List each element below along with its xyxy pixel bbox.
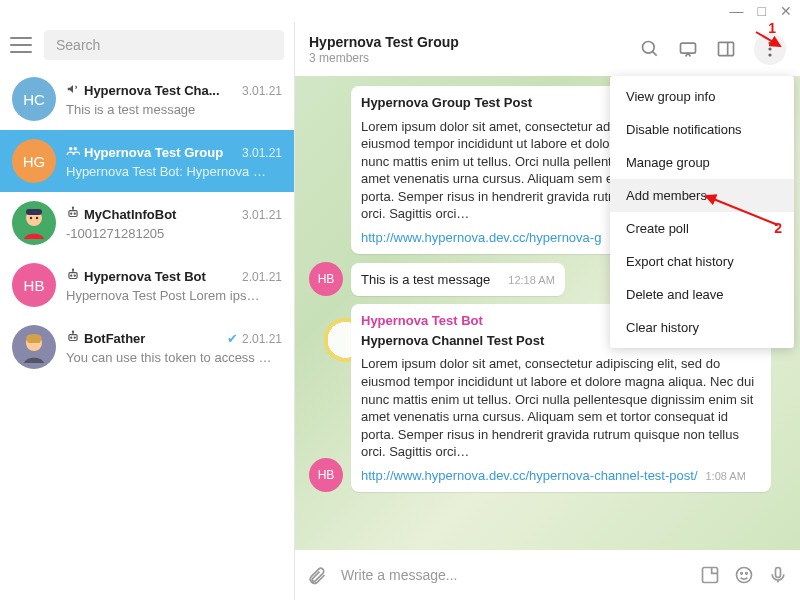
message-time: 12:18 AM <box>508 273 554 288</box>
svg-point-13 <box>71 275 72 276</box>
svg-point-6 <box>36 217 38 219</box>
search-icon[interactable] <box>640 39 660 59</box>
svg-point-16 <box>72 269 73 270</box>
window-close[interactable]: ✕ <box>780 3 792 19</box>
menu-item-disable-notifications[interactable]: Disable notifications <box>610 113 794 146</box>
context-menu: View group infoDisable notificationsMana… <box>610 76 794 348</box>
svg-point-23 <box>72 331 73 332</box>
sidebar: Search HC Hypernova Test Cha... 3.01.21 … <box>0 22 295 600</box>
menu-item-add-members[interactable]: Add members <box>610 179 794 212</box>
svg-point-8 <box>71 213 72 214</box>
message-input[interactable]: Write a message... <box>341 567 686 583</box>
chat-list-item[interactable]: MyChatInfoBot 3.01.21 -1001271281205 <box>0 192 294 254</box>
chat-list-item[interactable]: HC Hypernova Test Cha... 3.01.21 This is… <box>0 68 294 130</box>
main-panel: Hypernova Test Group 3 members Hypernova… <box>295 22 800 600</box>
chat-title: Hypernova Test Group <box>309 34 640 50</box>
microphone-icon[interactable] <box>768 565 788 585</box>
svg-point-35 <box>746 573 748 575</box>
chat-date: 2.01.21 <box>242 270 282 284</box>
chat-preview: You can use this token to access … <box>66 350 282 365</box>
message-bubble[interactable]: This is a test message12:18 AM <box>351 263 565 297</box>
chat-type-icon <box>66 330 80 348</box>
chat-date: 3.01.21 <box>242 146 282 160</box>
svg-point-9 <box>74 213 75 214</box>
kebab-icon <box>768 41 772 57</box>
chat-type-icon <box>66 144 80 162</box>
side-panel-icon[interactable] <box>716 39 736 59</box>
svg-point-21 <box>74 337 75 338</box>
menu-item-export-chat-history[interactable]: Export chat history <box>610 245 794 278</box>
message-avatar: HB <box>309 262 343 296</box>
svg-point-20 <box>71 337 72 338</box>
attach-icon[interactable] <box>307 565 327 585</box>
svg-rect-26 <box>681 43 696 53</box>
svg-point-30 <box>768 47 771 50</box>
window-minimize[interactable]: — <box>730 3 744 19</box>
comments-icon[interactable] <box>678 39 698 59</box>
more-options-button[interactable] <box>754 33 786 65</box>
svg-point-33 <box>737 568 752 583</box>
window-titlebar: — □ ✕ <box>0 0 800 22</box>
svg-point-31 <box>768 53 771 56</box>
svg-rect-32 <box>703 568 718 583</box>
chat-date: 2.01.21 <box>242 332 282 346</box>
search-input[interactable]: Search <box>44 30 284 60</box>
emoji-icon[interactable] <box>734 565 754 585</box>
chat-preview: Hypernova Test Post Lorem ips… <box>66 288 282 303</box>
window-maximize[interactable]: □ <box>758 3 766 19</box>
chat-preview: -1001271281205 <box>66 226 282 241</box>
chat-list-item[interactable]: HB Hypernova Test Bot 2.01.21 Hypernova … <box>0 254 294 316</box>
chat-header-info[interactable]: Hypernova Test Group 3 members <box>309 34 640 65</box>
chat-preview: This is a test message <box>66 102 282 117</box>
avatar <box>12 201 56 245</box>
svg-point-14 <box>74 275 75 276</box>
svg-rect-4 <box>26 209 42 215</box>
menu-item-clear-history[interactable]: Clear history <box>610 311 794 344</box>
hamburger-menu-icon[interactable] <box>10 37 32 53</box>
message-text: This is a test message <box>361 271 490 289</box>
svg-rect-27 <box>719 42 734 55</box>
chat-preview: Hypernova Test Bot: Hypernova … <box>66 164 282 179</box>
chat-header: Hypernova Test Group 3 members <box>295 22 800 76</box>
avatar: HC <box>12 77 56 121</box>
svg-point-5 <box>30 217 32 219</box>
message-time: 1:08 AM <box>706 469 746 484</box>
sticker-icon[interactable] <box>700 565 720 585</box>
chat-date: 3.01.21 <box>242 84 282 98</box>
chat-date: 3.01.21 <box>242 208 282 222</box>
svg-point-29 <box>768 41 771 44</box>
svg-point-24 <box>643 42 655 54</box>
chat-list: HC Hypernova Test Cha... 3.01.21 This is… <box>0 68 294 600</box>
avatar: HG <box>12 139 56 183</box>
menu-item-delete-and-leave[interactable]: Delete and leave <box>610 278 794 311</box>
chat-type-icon <box>66 268 80 286</box>
chat-list-item[interactable]: BotFather ✔ 2.01.21 You can use this tok… <box>0 316 294 378</box>
chat-name: BotFather <box>84 331 223 346</box>
message-link[interactable]: http://www.hypernova.dev.cc/hypernova-ch… <box>361 468 698 483</box>
chat-name: Hypernova Test Cha... <box>84 83 238 98</box>
chat-name: Hypernova Test Bot <box>84 269 238 284</box>
svg-point-34 <box>741 573 743 575</box>
message-link[interactable]: http://www.hypernova.dev.cc/hypernova-g <box>361 230 601 245</box>
menu-item-view-group-info[interactable]: View group info <box>610 80 794 113</box>
avatar <box>12 325 56 369</box>
message-avatar: HB <box>309 458 343 492</box>
svg-line-25 <box>653 52 657 56</box>
chat-type-icon <box>66 206 80 224</box>
svg-point-0 <box>69 146 73 150</box>
verified-icon: ✔ <box>227 331 238 346</box>
chat-name: Hypernova Test Group <box>84 145 238 160</box>
svg-point-11 <box>72 207 73 208</box>
menu-item-create-poll[interactable]: Create poll <box>610 212 794 245</box>
svg-rect-36 <box>776 568 781 578</box>
menu-item-manage-group[interactable]: Manage group <box>610 146 794 179</box>
chat-list-item[interactable]: HG Hypernova Test Group 3.01.21 Hypernov… <box>0 130 294 192</box>
chat-name: MyChatInfoBot <box>84 207 238 222</box>
composer: Write a message... <box>295 550 800 600</box>
message-text: Lorem ipsum dolor sit amet, consectetur … <box>361 355 761 460</box>
chat-subtitle: 3 members <box>309 51 640 65</box>
svg-point-1 <box>74 146 78 150</box>
avatar: HB <box>12 263 56 307</box>
chat-type-icon <box>66 82 80 100</box>
